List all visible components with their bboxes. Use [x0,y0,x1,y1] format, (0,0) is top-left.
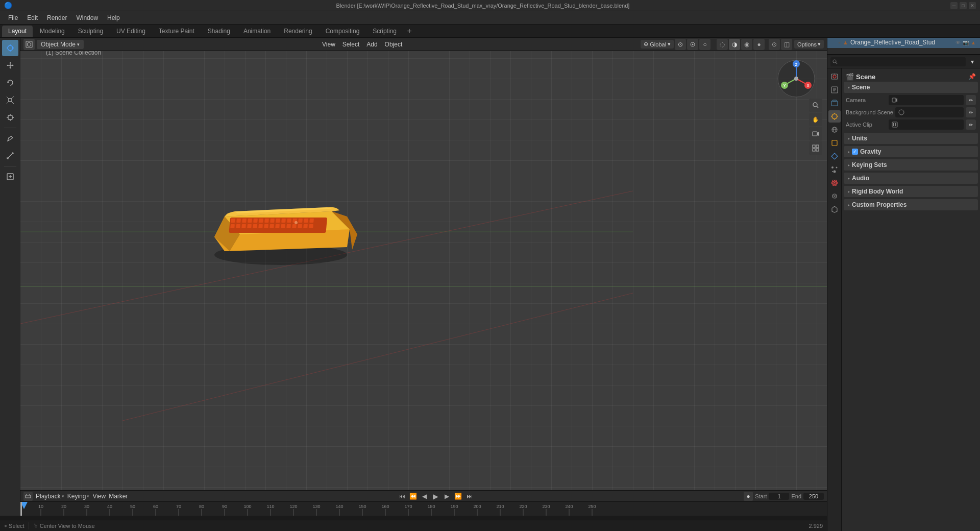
tab-animation[interactable]: Animation [237,26,277,37]
menu-file[interactable]: File [4,13,22,22]
status-bar: ● Select 🖱 Center View to Mouse 2.929 [0,520,827,531]
props-data-tab[interactable] [828,203,841,215]
props-pin-btn[interactable]: 📌 [968,73,976,81]
props-physics-tab[interactable] [828,177,841,189]
tool-annotate[interactable] [2,130,18,147]
tool-add-object[interactable] [2,168,18,185]
xray-toggle-btn[interactable]: ◫ [781,39,792,50]
props-search[interactable] [830,57,966,66]
object-mode-dropdown[interactable]: Object Mode ▾ [37,40,84,49]
bg-scene-value[interactable] [895,107,964,117]
menu-edit[interactable]: Edit [23,13,42,22]
props-header-options[interactable]: ▾ [968,57,977,66]
bg-scene-edit-btn[interactable]: ✏ [966,107,976,117]
tool-move[interactable] [2,57,18,74]
props-object-tab[interactable] [828,137,841,149]
options-btn[interactable]: Options ▾ [794,40,824,49]
proportional-edit-btn[interactable]: ○ [699,39,710,50]
outliner-item-eye-icon[interactable]: 👁 [955,40,961,45]
tool-rotate[interactable] [2,75,18,91]
viewport-add-menu[interactable]: Add [363,40,380,49]
frame-end-input[interactable]: 250 [803,493,824,500]
outliner-item-render-icon[interactable]: 📷 [963,40,969,45]
rendered-btn[interactable]: ● [753,39,765,50]
tab-sculpting[interactable]: Sculpting [72,26,109,37]
viewport-select-menu[interactable]: Select [339,40,362,49]
overlay-toggle-btn[interactable]: ⊙ [769,39,780,50]
rigid-body-section-header[interactable]: ▸ Rigid Body World [844,186,978,197]
tool-transform[interactable] [2,109,18,126]
tab-layout[interactable]: Layout [2,26,33,37]
viewport-object-menu[interactable]: Object [382,40,406,49]
outliner-item-data-icon[interactable]: ▲ [971,40,976,45]
tab-modeling[interactable]: Modeling [34,26,71,37]
menu-render[interactable]: Render [43,13,71,22]
tab-compositing[interactable]: Compositing [320,26,366,37]
active-clip-value[interactable] [889,119,964,130]
active-clip-edit-btn[interactable]: ✏ [966,119,976,130]
tool-measure[interactable] [2,148,18,164]
navigation-gizmo[interactable]: Z X Y [776,58,817,99]
view-menu[interactable]: View [92,493,106,500]
props-output-tab[interactable] [828,84,841,96]
marker-menu[interactable]: Marker [109,493,128,500]
add-workspace-button[interactable]: + [404,26,415,37]
props-world-tab[interactable] [828,124,841,136]
wireframe-btn[interactable]: ◌ [717,39,728,50]
menu-window[interactable]: Window [72,13,102,22]
props-scene-tab[interactable] [828,110,841,123]
custom-props-section-header[interactable]: ▸ Custom Properties [844,199,978,210]
tool-cursor[interactable] [2,40,18,56]
maximize-button[interactable]: □ [960,2,967,9]
props-constraints-tab[interactable] [828,190,841,202]
minimize-button[interactable]: ─ [950,2,958,9]
props-render-tab[interactable] [828,70,841,83]
jump-start-btn[interactable]: ⏮ [397,491,407,501]
camera-edit-btn[interactable]: ✏ [966,95,976,105]
gravity-section-header[interactable]: ▸ ✓ Gravity [844,146,978,157]
tab-shading[interactable]: Shading [202,26,236,37]
viewport-view-menu[interactable]: View [319,40,338,49]
scene-section-header[interactable]: ▾ Scene [844,82,978,93]
tab-uv-editing[interactable]: UV Editing [110,26,152,37]
pivot-dropdown-btn[interactable]: ⊙ [675,39,686,50]
units-section-header[interactable]: ▸ Units [844,133,978,144]
timeline-playhead [20,502,22,516]
timeline-editor-icon[interactable] [23,492,33,501]
keying-menu[interactable]: Keying ▾ [67,493,90,500]
playback-menu[interactable]: Playback ▾ [36,493,64,500]
audio-section-header[interactable]: ▸ Audio [844,173,978,184]
frame-start-input[interactable]: 1 [769,493,789,500]
viewport-pan-button[interactable]: ✋ [809,113,822,126]
props-modifier-tab[interactable] [828,150,841,162]
tool-scale[interactable] [2,92,18,108]
search-objects-button[interactable] [809,99,822,112]
tab-texture-paint[interactable]: Texture Paint [153,26,201,37]
3d-viewport[interactable]: User Perspective (1) Scene Collection [20,38,827,516]
camera-value[interactable] [889,95,964,105]
snap-toggle-btn[interactable] [687,39,698,50]
next-frame-btn[interactable]: ▶ [442,491,452,501]
prev-frame-btn[interactable]: ◀ [420,491,430,501]
prev-keyframe-btn[interactable]: ⏪ [408,491,419,501]
play-btn[interactable]: ▶ [431,491,441,501]
global-transform-dropdown[interactable]: ⊕ Global ▾ [641,40,674,49]
material-btn[interactable]: ◉ [741,39,752,50]
outliner-item-orange-reflective[interactable]: ▸ ▲ Orange_Reflective_Road_Stud 👁 📷 ▲ [827,37,980,48]
close-button[interactable]: ✕ [969,2,976,9]
props-view-layer-tab[interactable] [828,97,841,109]
menu-help[interactable]: Help [103,13,124,22]
keying-sets-section-header[interactable]: ▸ Keying Sets [844,159,978,171]
jump-end-btn[interactable]: ⏭ [464,491,475,501]
viewport-camera-button[interactable] [809,127,822,140]
viewport-grid-view-button[interactable] [809,141,822,155]
tab-scripting[interactable]: Scripting [366,26,403,37]
frame-sync-btn[interactable]: ● [744,492,753,501]
next-keyframe-btn[interactable]: ⏩ [453,491,463,501]
viewport-editor-type-btn[interactable] [23,39,35,50]
tab-rendering[interactable]: Rendering [278,26,318,37]
solid-btn[interactable]: ◑ [729,39,740,50]
props-particles-tab[interactable] [828,163,841,176]
svg-rect-82 [813,132,817,136]
gravity-checkbox[interactable]: ✓ [852,149,858,155]
